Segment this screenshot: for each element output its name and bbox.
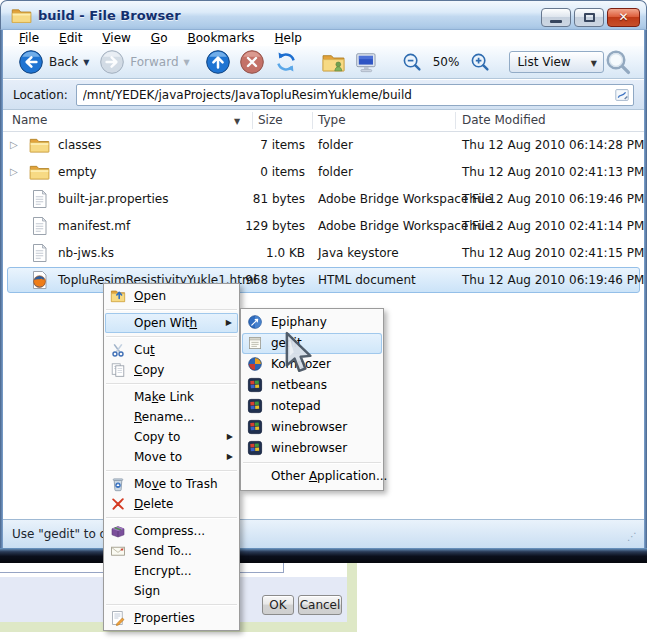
menu-item-label: Make Link [134, 390, 194, 404]
menu-item-open[interactable]: Open [104, 286, 239, 306]
menu-item-epiphany[interactable]: Epiphany [241, 312, 383, 333]
zoom-in-button[interactable] [469, 51, 491, 73]
location-input[interactable]: /mnt/YEDEK/javaProjects/JavaTopluResimYu… [76, 84, 634, 106]
close-button[interactable]: ✕ [607, 8, 640, 27]
menu-item-winebrowser[interactable]: winebrowser [241, 438, 383, 459]
menu-help[interactable]: Help [265, 30, 312, 46]
folder-icon [29, 162, 50, 182]
menu-item-sign[interactable]: Sign [104, 581, 239, 601]
cancel-button[interactable]: Cancel [298, 595, 342, 615]
menu-item-make-link[interactable]: Make Link [104, 387, 239, 407]
menu-item-copy[interactable]: Copy [104, 360, 239, 380]
menu-item-compress[interactable]: Compress... [104, 521, 239, 541]
file-row-classes[interactable]: ▷classes7 itemsfolderThu 12 Aug 2010 06:… [3, 132, 644, 159]
expander-icon[interactable]: ▷ [10, 166, 18, 177]
menu-item-other-application[interactable]: Other Application... [241, 466, 383, 487]
context-menu: OpenOpen With▶CutCopyMake LinkRename...C… [103, 283, 240, 631]
file-row-empty[interactable]: ▷empty0 itemsfolderThu 12 Aug 2010 02:41… [3, 159, 644, 186]
location-label: Location: [13, 88, 68, 102]
menu-item-cut[interactable]: Cut [104, 340, 239, 360]
menu-item-properties[interactable]: Properties [104, 608, 239, 628]
menu-item-netbeans[interactable]: netbeans [241, 375, 383, 396]
titlebar[interactable]: build - File Browser ✕ [0, 0, 647, 30]
menu-item-label: winebrowser [271, 420, 347, 434]
pen-icon[interactable] [614, 87, 630, 103]
file-row-manifest.mf[interactable]: manifest.mf129 bytesAdobe Bridge Workspa… [3, 213, 644, 240]
open-folder-icon [110, 288, 126, 304]
back-dropdown-icon[interactable]: ▼ [83, 58, 89, 67]
file-name: classes [58, 138, 101, 152]
epiphany-icon [247, 314, 263, 330]
menu-separator [106, 336, 237, 337]
menu-go[interactable]: Go [141, 30, 178, 46]
document-icon [29, 243, 50, 263]
copy-icon [110, 362, 126, 378]
zoom-out-button[interactable] [401, 51, 423, 73]
window-border-bottom [0, 548, 647, 563]
resize-grip[interactable]: ⋰ [627, 531, 637, 542]
menu-separator [106, 309, 237, 310]
forward-dropdown-icon[interactable]: ▼ [184, 58, 190, 67]
folder-icon [29, 135, 50, 155]
menu-item-label: notepad [271, 399, 321, 413]
menu-separator [106, 604, 237, 605]
minimize-button[interactable] [541, 8, 571, 27]
close-icon: ✕ [608, 10, 639, 24]
menu-item-label: Move to Trash [134, 477, 218, 491]
menu-item-send-to[interactable]: Send To... [104, 541, 239, 561]
menu-item-move-to-trash[interactable]: Move to Trash [104, 474, 239, 494]
file-row-nb-jws.ks[interactable]: nb-jws.ks1.0 KBJava keystoreThu 12 Aug 2… [3, 240, 644, 267]
expander-icon[interactable]: ▷ [10, 139, 18, 150]
menu-file[interactable]: File [9, 30, 49, 46]
column-header-type[interactable]: Type [318, 113, 346, 127]
location-bar: Location: /mnt/YEDEK/javaProjects/JavaTo… [3, 80, 644, 110]
forward-button[interactable]: Forward ▼ [94, 47, 194, 77]
column-separator[interactable] [455, 112, 456, 129]
file-row-TopluResimResistivityYukle1.html[interactable]: TopluResimResistivityYukle1.html968 byte… [3, 267, 644, 294]
windows-logo-icon [247, 440, 263, 456]
menu-item-winebrowser[interactable]: winebrowser [241, 417, 383, 438]
file-size: 7 items [180, 138, 305, 152]
computer-button[interactable] [354, 50, 379, 75]
up-icon [205, 49, 231, 75]
search-button[interactable] [604, 48, 632, 76]
view-mode-select[interactable]: List View ▼ [509, 51, 604, 73]
column-header-name[interactable]: Name [12, 113, 47, 127]
menu-item-encrypt[interactable]: Encrypt... [104, 561, 239, 581]
file-name: nb-jws.ks [58, 246, 114, 260]
file-row-built-jar.properties[interactable]: built-jar.properties81 bytesAdobe Bridge… [3, 186, 644, 213]
menu-item-move-to[interactable]: Move to▶ [104, 447, 239, 467]
column-header-modified[interactable]: Date Modified [462, 113, 546, 127]
file-type: folder [318, 165, 353, 179]
column-header-size[interactable]: Size [258, 113, 283, 127]
column-separator[interactable] [312, 112, 313, 129]
maximize-button[interactable] [574, 8, 604, 27]
menu-item-rename[interactable]: Rename... [104, 407, 239, 427]
column-separator[interactable] [252, 112, 253, 129]
menu-item-delete[interactable]: Delete [104, 494, 239, 514]
stop-button[interactable] [239, 49, 265, 75]
document-icon [29, 216, 50, 236]
up-button[interactable] [205, 49, 231, 75]
menu-view[interactable]: View [92, 30, 140, 46]
file-type: HTML document [318, 273, 416, 287]
menu-item-copy-to[interactable]: Copy to▶ [104, 427, 239, 447]
mouse-cursor [282, 331, 318, 378]
menu-item-notepad[interactable]: notepad [241, 396, 383, 417]
refresh-icon [273, 49, 299, 75]
menu-item-open-with[interactable]: Open With▶ [105, 313, 238, 333]
home-button[interactable] [321, 50, 346, 75]
menu-bookmarks[interactable]: Bookmarks [177, 30, 264, 46]
menu-item-label: Delete [134, 497, 173, 511]
menubar: FileEditViewGoBookmarksHelp [3, 30, 644, 46]
file-modified: Thu 12 Aug 2010 02:41:13 PM EEST [462, 165, 647, 179]
forward-label: Forward [130, 55, 178, 69]
submenu-arrow-icon: ▶ [227, 427, 233, 447]
refresh-button[interactable] [273, 49, 299, 75]
menu-item-label: Encrypt... [134, 564, 192, 578]
ok-button[interactable]: OK [262, 595, 294, 615]
back-label: Back [49, 55, 78, 69]
menu-edit[interactable]: Edit [49, 30, 92, 46]
search-icon [604, 48, 632, 76]
back-button[interactable]: Back ▼ [13, 47, 94, 77]
